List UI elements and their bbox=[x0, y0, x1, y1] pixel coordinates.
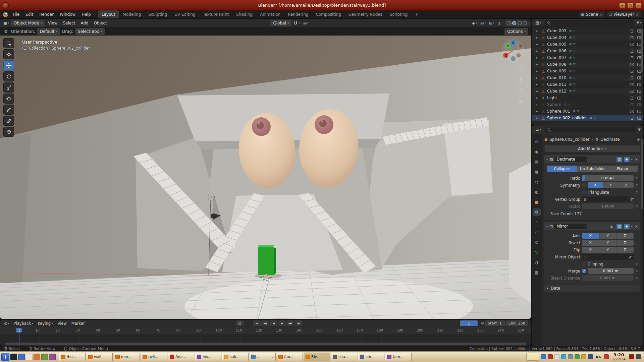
frame-start-field[interactable]: Start 1 bbox=[485, 320, 505, 326]
window-menu-button[interactable] bbox=[3, 2, 9, 8]
taskbar-task-4-twil-[interactable]: twil... bbox=[141, 353, 167, 361]
expand-arrow-icon[interactable]: ▸ bbox=[536, 103, 540, 106]
toggle-grid-icon[interactable] bbox=[518, 99, 524, 105]
add-workspace-button[interactable]: + bbox=[411, 10, 422, 18]
expand-arrow-icon[interactable]: ▸ bbox=[536, 116, 540, 120]
expand-arrow-icon[interactable]: ▸ bbox=[536, 43, 540, 46]
factor-slider[interactable]: 1.0000 bbox=[582, 203, 634, 209]
menu-render[interactable]: Render bbox=[36, 10, 57, 18]
modifier-name-field[interactable]: Mirror bbox=[554, 224, 587, 229]
workspace-tab-layout[interactable]: Layout bbox=[98, 10, 119, 18]
transform-tool-button[interactable] bbox=[3, 94, 14, 104]
collapse-panel-icon[interactable]: ▾ bbox=[546, 158, 548, 161]
outliner-item-cube-008[interactable]: ▸△Cube.008⚙▽ bbox=[532, 61, 643, 68]
expand-arrow-icon[interactable]: ▸ bbox=[536, 36, 540, 39]
outliner-item-sphere-002-collider[interactable]: ▸△Sphere.002_collider⚙▽ bbox=[532, 115, 643, 121]
expand-arrow-icon[interactable]: ▸ bbox=[536, 96, 540, 100]
taskbar-task-2-wall-[interactable]: wall... bbox=[87, 353, 113, 361]
scene-selector[interactable]: ▦ Scene × bbox=[579, 11, 604, 17]
remove-modifier-icon[interactable]: × bbox=[635, 224, 638, 229]
display-render-toggle[interactable]: ◉ bbox=[624, 157, 630, 162]
workspace-tab-scripting[interactable]: Scripting bbox=[386, 10, 411, 18]
tray-icon-4[interactable] bbox=[561, 354, 566, 359]
decimate-mode-collapse-button[interactable]: Collapse bbox=[547, 166, 577, 172]
launcher-icon-5[interactable] bbox=[41, 354, 48, 360]
eye-visibility-icon[interactable] bbox=[630, 97, 634, 100]
object-data-properties-tab[interactable]: ▽ bbox=[533, 249, 541, 256]
taskbar-task-8--[interactable]: ...♪ bbox=[250, 353, 276, 361]
render-properties-tab[interactable]: ◉ bbox=[533, 148, 541, 156]
material-shading-button[interactable] bbox=[518, 21, 522, 25]
symmetry-axis-x-button[interactable]: X bbox=[588, 182, 603, 188]
modifier-extras-icon[interactable]: ▾ bbox=[631, 225, 633, 228]
timeline-track[interactable] bbox=[0, 334, 531, 346]
render-visibility-icon[interactable] bbox=[637, 97, 641, 100]
workspace-tab-modeling[interactable]: Modeling bbox=[119, 10, 145, 18]
decorator-dot[interactable] bbox=[636, 277, 638, 279]
launcher-icon-2[interactable] bbox=[18, 354, 25, 360]
pan-hand-icon[interactable] bbox=[518, 77, 524, 83]
particles-properties-tab[interactable]: ∴ bbox=[533, 219, 541, 226]
workspace-tab-rendering[interactable]: Rendering bbox=[284, 10, 312, 18]
symmetry-checkbox[interactable] bbox=[582, 183, 586, 187]
object-properties-tab[interactable]: ■ bbox=[533, 198, 541, 206]
outliner-item-light[interactable]: ▸☼Light bbox=[532, 95, 643, 101]
next-keyframe-button[interactable]: ▶▶ bbox=[286, 320, 294, 326]
taskbar-task-7-sak-[interactable]: sak... bbox=[222, 353, 249, 361]
expand-arrow-icon[interactable]: ▸ bbox=[536, 63, 540, 66]
taskbar-task-12-sm-[interactable]: sm... bbox=[358, 353, 384, 361]
decimate-mode-un-subdivide-button[interactable]: Un-Subdivide bbox=[577, 166, 608, 172]
render-visibility-icon[interactable] bbox=[637, 117, 641, 120]
render-visibility-icon[interactable] bbox=[637, 83, 641, 86]
snap-magnet-icon[interactable]: ▾ bbox=[292, 21, 301, 25]
move-tool-button[interactable] bbox=[3, 60, 14, 70]
timeline-ruler[interactable]: 1 11020304050607080901001101201301401501… bbox=[0, 327, 531, 334]
decorator-dot[interactable] bbox=[636, 205, 638, 207]
decorator-dot[interactable] bbox=[636, 177, 638, 179]
viewport-menu-view[interactable]: View bbox=[45, 21, 60, 25]
render-visibility-icon[interactable] bbox=[637, 56, 641, 59]
constraints-properties-tab[interactable]: ⊚ bbox=[533, 239, 541, 246]
taskbar-task-13--am-[interactable]: (am... bbox=[385, 353, 412, 361]
display-viewport-toggle[interactable]: ◫ bbox=[616, 157, 622, 162]
display-viewport-toggle[interactable]: ◫ bbox=[616, 224, 622, 229]
eye-visibility-icon[interactable] bbox=[630, 83, 634, 86]
outliner-scrollbar[interactable] bbox=[641, 29, 643, 72]
render-visibility-icon[interactable] bbox=[637, 43, 641, 46]
breadcrumb-object[interactable]: Sphere.002_collider bbox=[549, 137, 589, 142]
outliner-item-cube-010[interactable]: ▸△Cube.010⚙▽ bbox=[532, 74, 643, 81]
options-dropdown[interactable]: Options▾ bbox=[504, 28, 528, 35]
corner-icon-1[interactable] bbox=[629, 354, 634, 359]
texture-properties-tab[interactable]: ▩ bbox=[533, 269, 541, 276]
solid-shading-button[interactable] bbox=[512, 21, 516, 25]
flip-axis-x-button[interactable]: X bbox=[582, 247, 599, 253]
zoom-icon[interactable] bbox=[518, 66, 524, 72]
eye-visibility-icon[interactable] bbox=[630, 70, 634, 73]
timeline-menu-playback[interactable]: Playback▾ bbox=[11, 321, 36, 326]
modifiers-properties-tab[interactable]: ⚙ bbox=[533, 208, 541, 216]
world-properties-tab[interactable]: ◐ bbox=[533, 188, 541, 196]
tool-properties-tab[interactable]: ⊘ bbox=[533, 138, 541, 145]
annotate-tool-button[interactable] bbox=[3, 105, 14, 115]
launcher-icon-1[interactable] bbox=[10, 354, 17, 360]
expand-arrow-icon[interactable]: ▸ bbox=[536, 56, 540, 59]
eye-visibility-icon[interactable] bbox=[630, 63, 634, 66]
keyboard-layout-indicator[interactable]: us bbox=[595, 354, 602, 359]
expand-arrow-icon[interactable]: ▸ bbox=[536, 29, 540, 33]
viewport-menu-object[interactable]: Object bbox=[91, 21, 110, 25]
tray-icon-3[interactable] bbox=[554, 354, 559, 359]
pin-icon[interactable]: ⊕ bbox=[637, 137, 640, 142]
add-modifier-button[interactable]: Add Modifier▾ bbox=[544, 145, 640, 153]
render-visibility-icon[interactable] bbox=[637, 63, 641, 66]
timeline-menu-view[interactable]: View bbox=[55, 321, 69, 326]
bisect-distance-field[interactable]: 0.001 m bbox=[582, 275, 634, 281]
modifier-name-field[interactable]: Decimate bbox=[554, 157, 587, 162]
tray-icon-2[interactable] bbox=[548, 354, 553, 359]
minimize-button[interactable]: ▾ bbox=[619, 2, 625, 8]
jump-to-end-button[interactable]: ▶| bbox=[295, 320, 303, 326]
breadcrumb-modifier[interactable]: Decimate bbox=[600, 137, 620, 142]
mirror-panel-header[interactable]: ▾ ◫ Mirror ◣ ◫ ◉ ▾ × bbox=[544, 222, 640, 230]
transform-orientation-dropdown[interactable]: Global▾ bbox=[270, 20, 291, 26]
outliner-filter-icon[interactable]: ▼▾ bbox=[637, 21, 641, 24]
mirror-axis-z-button[interactable]: Z bbox=[616, 233, 634, 239]
